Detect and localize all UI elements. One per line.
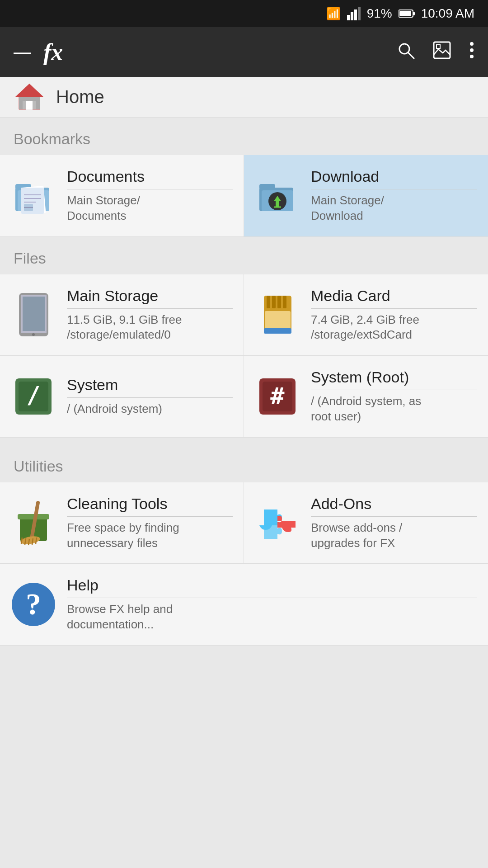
media-card-icon [255,292,300,337]
system-root-subtitle: / (Android system, asroot user) [311,394,477,425]
documents-title: Documents [67,168,233,189]
system-icon: / [11,374,56,419]
svg-rect-44 [267,296,270,308]
addons-icon [255,500,300,546]
help-icon: ? [11,582,56,627]
download-folder-icon [255,173,300,218]
documents-icon [11,173,56,218]
wifi-icon: 📶 [326,7,341,21]
search-icon[interactable] [397,41,415,63]
status-icons: 📶 91% 10:09 AM [326,6,474,21]
system-content: System / (Android system) [67,376,233,417]
battery-icon [399,9,415,19]
signal-icon [347,7,361,20]
main-storage-content: Main Storage 11.5 GiB, 9.1 GiB free/stor… [67,287,233,343]
addons-title: Add-Ons [311,495,477,517]
utilities-item-addons[interactable]: Add-Ons Browse add-ons /upgrades for FX [244,482,488,564]
utilities-grid: Cleaning Tools Free space by findingunne… [0,482,488,564]
svg-point-40 [32,333,35,336]
svg-rect-2 [354,9,357,20]
bookmarks-grid: Documents Main Storage/Documents Downloa… [0,155,488,237]
svg-line-8 [408,52,414,58]
bookmarks-item-download[interactable]: Download Main Storage/Download [244,155,488,237]
files-item-system[interactable]: / System / (Android system) [0,356,244,438]
svg-text:#: # [270,382,285,410]
help-title: Help [67,576,477,598]
main-storage-title: Main Storage [67,287,233,309]
documents-content: Documents Main Storage/Documents [67,168,233,224]
download-subtitle: Main Storage/Download [311,193,477,224]
app-bar-actions [397,41,474,63]
files-grid: Main Storage 11.5 GiB, 9.1 GiB free/stor… [0,274,488,438]
system-title: System [67,376,233,398]
svg-rect-10 [436,45,440,48]
main-storage-subtitle: 11.5 GiB, 9.1 GiB free/storage/emulated/… [67,312,233,343]
more-options-icon[interactable] [469,41,474,63]
home-header: Home [0,77,488,118]
gallery-icon[interactable] [433,41,451,63]
home-title: Home [56,87,104,107]
media-card-title: Media Card [311,287,477,309]
main-storage-icon [11,292,56,337]
svg-rect-46 [277,296,281,308]
cleaning-tools-icon [11,500,56,546]
utilities-item-cleaning-tools[interactable]: Cleaning Tools Free space by findingunne… [0,482,244,564]
download-title: Download [311,168,477,189]
svg-rect-3 [358,7,361,20]
media-card-subtitle: 7.4 GiB, 2.4 GiB free/storage/extSdCard [311,312,477,343]
cleaning-tools-subtitle: Free space by findingunnecessary files [67,520,233,551]
system-root-content: System (Root) / (Android system, asroot … [311,368,477,425]
addons-subtitle: Browse add-ons /upgrades for FX [311,520,477,551]
svg-rect-47 [283,296,286,308]
files-section-header: Files [0,237,488,274]
help-subtitle: Browse FX help anddocumentation... [67,602,477,632]
svg-rect-6 [399,11,411,16]
svg-text:/: / [26,382,40,409]
svg-rect-49 [264,328,291,334]
help-content: Help Browse FX help anddocumentation... [67,576,477,632]
svg-point-13 [470,55,474,58]
hamburger-icon[interactable]: — [14,42,30,62]
addons-content: Add-Ons Browse add-ons /upgrades for FX [311,495,477,551]
cleaning-tools-content: Cleaning Tools Free space by findingunne… [67,495,233,551]
app-bar: — fx [0,27,488,77]
files-item-media-card[interactable]: Media Card 7.4 GiB, 2.4 GiB free/storage… [244,274,488,356]
system-subtitle: / (Android system) [67,401,233,417]
svg-marker-17 [15,84,44,97]
app-logo: fx [43,39,388,66]
svg-point-12 [470,48,474,52]
bookmarks-section-header: Bookmarks [0,118,488,155]
svg-rect-1 [351,12,353,20]
svg-point-11 [470,42,474,46]
status-bar: 📶 91% 10:09 AM [0,0,488,27]
svg-rect-19 [26,101,33,109]
files-item-main-storage[interactable]: Main Storage 11.5 GiB, 9.1 GiB free/stor… [0,274,244,356]
system-root-icon: # [255,374,300,419]
documents-subtitle: Main Storage/Documents [67,193,233,224]
svg-rect-5 [413,12,415,15]
media-card-content: Media Card 7.4 GiB, 2.4 GiB free/storage… [311,287,477,343]
svg-rect-31 [259,184,275,189]
time: 10:09 AM [421,6,474,21]
utilities-item-help[interactable]: ? Help Browse FX help anddocumentation..… [0,564,488,646]
svg-rect-45 [272,296,276,308]
svg-text:?: ? [26,587,41,621]
home-icon [14,82,45,112]
battery-percent: 91% [367,6,392,21]
svg-rect-0 [347,15,350,20]
cleaning-tools-title: Cleaning Tools [67,495,233,517]
svg-rect-41 [23,297,45,331]
system-root-title: System (Root) [311,368,477,390]
bookmarks-item-documents[interactable]: Documents Main Storage/Documents [0,155,244,237]
download-content: Download Main Storage/Download [311,168,477,224]
files-item-system-root[interactable]: # System (Root) / (Android system, asroo… [244,356,488,438]
utilities-section-header: Utilities [0,445,488,482]
utilities-help-row: ? Help Browse FX help anddocumentation..… [0,564,488,646]
